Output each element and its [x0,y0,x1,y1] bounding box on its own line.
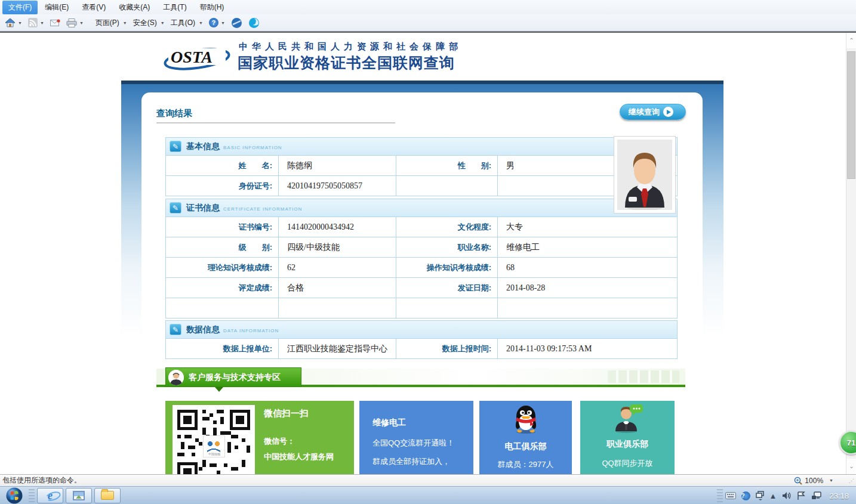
folder-icon [101,491,114,500]
table-row: 身份证号: 420104197505050857 [166,175,677,196]
data-info-subtitle: DATA INFORMATION [223,326,279,333]
help-tray-icon[interactable]: ? [741,491,750,500]
basic-info-header: ✎ 基本信息 BASIC INFORMATION [166,138,677,155]
volume-tray-icon[interactable] [782,491,792,500]
menu-view[interactable]: 查看(V) [76,1,112,14]
field-value: 62 [287,263,295,273]
tools-dropdown-arrow: ▼ [199,21,203,25]
career-club-card: 职业俱乐部 QQ群同步开放 期待你的加入！ [580,401,675,474]
field-value: 合格 [287,283,304,293]
taskbar-image-viewer-button[interactable] [66,488,92,503]
field-label: 证书编号: [239,222,272,233]
tools-menu-button[interactable]: 工具(O) [171,18,195,28]
field-value: 420104197505050857 [287,181,362,191]
help-button[interactable]: ? ▼ [209,18,225,27]
help-dropdown-arrow[interactable]: ▼ [221,21,225,25]
keyboard-tray-icon[interactable] [725,492,736,499]
menu-file[interactable]: 文件(F) [2,1,38,14]
scrollbar-thumb[interactable] [847,51,855,179]
table-row: 评定成绩: 合格 发证日期: 2014-08-28 [166,277,677,298]
qq-penguin-icon [479,404,572,437]
career-club-title: 职业俱乐部 [580,439,675,450]
globe-addon-button[interactable] [231,17,242,29]
service-tab-pointer [215,387,223,392]
qq-group-card: 维修电工 全国QQ交流群开通啦！ 群成员全部持证加入， 同行交流学习更专业！ [359,401,473,474]
resize-grip: ⋰ [849,478,855,484]
web-page: OSTA 中华人民共和国人力资源和社会保障部 国家职业资格证书全国联网查询 查询… [0,33,846,474]
feeds-button[interactable]: ▼ [28,18,44,27]
network-tray-icon[interactable] [811,491,821,500]
pen-icon: ✎ [170,202,181,214]
tray-clock[interactable]: 23:18 [829,491,849,500]
zoom-level: 100% [805,477,823,485]
swirl-addon-button[interactable] [248,17,260,29]
field-value: 江西职业技能鉴定指导中心 [287,344,387,354]
ie-browser-window: 文件(F) 编辑(E) 查看(V) 收藏夹(A) 工具(T) 帮助(H) ▼ ▼… [0,0,856,504]
printer-icon [66,18,77,27]
tray-grip [717,489,723,502]
data-info-header: ✎ 数据信息 DATA INFORMATION [166,321,677,338]
zoom-dropdown-arrow[interactable]: ▼ [829,478,833,483]
taskbar-grip [29,489,35,502]
feeds-dropdown-arrow[interactable]: ▼ [40,21,44,25]
vertical-scrollbar[interactable]: ⌃ ⌄ [846,33,856,474]
field-value: 大专 [506,222,523,233]
help-icon: ? [209,18,218,27]
safety-dropdown-arrow: ▼ [161,21,165,25]
qq-group-title: 维修电工 [372,418,473,428]
scroll-up-button[interactable]: ⌃ [846,33,856,48]
field-label: 性 别: [458,160,491,171]
wechat-account: 中国技能人才服务网 [264,452,334,462]
wechat-scan-title: 微信扫一扫 [264,408,334,419]
play-icon [663,107,673,117]
service-agent-icon [168,370,184,385]
system-tray: ? ▲ 23:18 [715,487,856,504]
certificate-info-title: 证书信息 [186,203,220,214]
service-zone-title: 客户服务与技术支持专区 [189,372,281,383]
ministry-name: 中华人民共和国人力资源和社会保障部 [239,41,462,52]
taskbar: e ? ▲ 23:18 [0,486,856,504]
image-viewer-icon [73,491,85,500]
taskbar-ie-button[interactable]: e [37,488,63,503]
svg-text:中国技能: 中国技能 [208,452,220,456]
field-label: 评定成绩: [239,283,272,293]
table-row: 级 别: 四级/中级技能 职业名称: 维修电工 [166,237,677,257]
field-label: 职业名称: [458,242,491,253]
menu-bar: 文件(F) 编辑(E) 查看(V) 收藏夹(A) 工具(T) 帮助(H) [0,0,856,14]
action-center-flag-icon[interactable] [797,491,806,500]
wechat-id-label: 微信号： [264,436,334,447]
data-info-title: 数据信息 [186,324,220,335]
table-row: 理论知识考核成绩: 62 操作知识考核成绩: 68 [166,257,677,277]
taskbar-explorer-button[interactable] [94,488,121,503]
page-menu-button[interactable]: 页面(P) [96,18,119,28]
qq-group-line: 全国QQ交流群开通啦！ [372,438,473,449]
data-info-section: ✎ 数据信息 DATA INFORMATION 数据上报单位: 江西职业技能鉴定… [165,320,678,359]
print-button[interactable]: ▼ [66,18,84,27]
print-dropdown-arrow[interactable]: ▼ [79,21,84,25]
continue-query-button[interactable]: 继续查询 [620,104,686,120]
home-dropdown-arrow[interactable]: ▼ [18,21,22,25]
field-value: 68 [506,263,515,273]
menu-favorites[interactable]: 收藏夹(A) [113,1,156,14]
zoom-control[interactable]: 100% ▼ [794,477,833,485]
menu-help[interactable]: 帮助(H) [194,1,230,14]
read-mail-button[interactable] [50,19,60,27]
field-value: 2014-08-28 [506,283,545,293]
table-row: 姓 名: 陈德纲 性 别: 男 [166,155,677,175]
basic-info-title: 基本信息 [186,141,220,152]
show-hidden-icons-button[interactable]: ▲ [769,491,777,500]
swirl-icon [248,17,260,29]
menu-edit[interactable]: 编辑(E) [39,1,75,14]
certificate-info-subtitle: CERTIFICATE INFORMATION [223,204,302,212]
scroll-down-button[interactable]: ⌄ [846,459,856,474]
start-button[interactable] [2,487,26,504]
home-button[interactable]: ▼ [5,18,22,27]
field-value: 2014-11-03 09:17:53 AM [506,344,592,354]
menu-tools[interactable]: 工具(T) [157,1,192,14]
club-title: 电工俱乐部 [479,441,572,452]
pen-icon: ✎ [170,141,181,152]
pen-icon: ✎ [170,324,181,335]
wechat-card: 中国技能 微信扫一扫 微信号： 中国技能人才服务网 [165,401,354,474]
safety-menu-button[interactable]: 安全(S) [133,18,157,28]
window-tray-icon[interactable] [756,491,764,500]
